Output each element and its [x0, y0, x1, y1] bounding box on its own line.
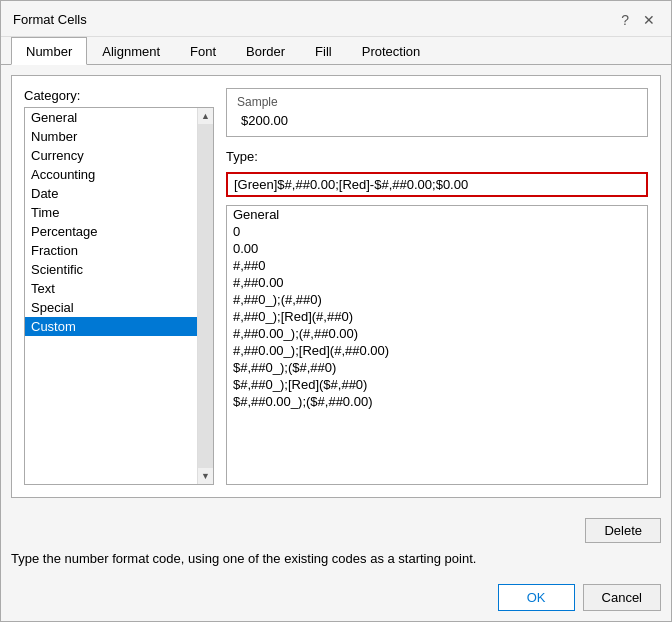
main-layout: Category: General Number Currency Accoun… — [24, 88, 648, 485]
scrollbar[interactable]: ▲ ▼ — [197, 108, 213, 484]
left-panel: Category: General Number Currency Accoun… — [24, 88, 214, 485]
list-item[interactable]: $#,##0.00_);($#,##0.00) — [227, 393, 645, 410]
tab-fill[interactable]: Fill — [300, 37, 347, 65]
scroll-track — [198, 124, 213, 468]
sample-label: Sample — [237, 95, 637, 109]
format-list-wrapper: General 0 0.00 #,##0 #,##0.00 #,##0_);(#… — [226, 205, 648, 485]
tab-bar: Number Alignment Font Border Fill Protec… — [1, 37, 671, 65]
list-item[interactable]: General — [25, 108, 197, 127]
title-bar-controls: ? ✕ — [617, 13, 659, 27]
list-item[interactable]: #,##0_);[Red](#,##0) — [227, 308, 645, 325]
list-item[interactable]: Scientific — [25, 260, 197, 279]
title-bar: Format Cells ? ✕ — [1, 1, 671, 37]
list-item[interactable]: 0.00 — [227, 240, 645, 257]
list-item[interactable]: Percentage — [25, 222, 197, 241]
cancel-button[interactable]: Cancel — [583, 584, 661, 611]
list-item[interactable]: $#,##0_);($#,##0) — [227, 359, 645, 376]
list-item[interactable]: 0 — [227, 223, 645, 240]
hint-text: Type the number format code, using one o… — [11, 551, 661, 566]
list-item[interactable]: #,##0.00_);[Red](#,##0.00) — [227, 342, 645, 359]
sample-box: Sample $200.00 — [226, 88, 648, 137]
list-item[interactable]: #,##0.00 — [227, 274, 645, 291]
ok-button[interactable]: OK — [498, 584, 575, 611]
list-item[interactable]: #,##0.00_);(#,##0.00) — [227, 325, 645, 342]
bottom-section: Delete Type the number format code, usin… — [1, 508, 671, 621]
help-button[interactable]: ? — [617, 13, 633, 27]
tab-number[interactable]: Number — [11, 37, 87, 65]
tab-border[interactable]: Border — [231, 37, 300, 65]
category-list-wrapper: General Number Currency Accounting Date … — [24, 107, 214, 485]
list-item[interactable]: #,##0 — [227, 257, 645, 274]
list-item[interactable]: Time — [25, 203, 197, 222]
category-list: General Number Currency Accounting Date … — [25, 108, 213, 484]
list-item[interactable]: Date — [25, 184, 197, 203]
category-label: Category: — [24, 88, 214, 103]
tab-font[interactable]: Font — [175, 37, 231, 65]
list-item[interactable]: Currency — [25, 146, 197, 165]
list-item[interactable]: Number — [25, 127, 197, 146]
delete-row: Delete — [11, 518, 661, 543]
tab-alignment[interactable]: Alignment — [87, 37, 175, 65]
tab-protection[interactable]: Protection — [347, 37, 436, 65]
list-item[interactable]: Special — [25, 298, 197, 317]
right-panel: Sample $200.00 Type: General 0 0.00 #,##… — [226, 88, 648, 485]
format-cells-dialog: Format Cells ? ✕ Number Alignment Font B… — [0, 0, 672, 622]
action-row: OK Cancel — [11, 576, 661, 615]
type-label: Type: — [226, 149, 648, 164]
list-item-custom[interactable]: Custom — [25, 317, 197, 336]
format-list: General 0 0.00 #,##0 #,##0.00 #,##0_);(#… — [227, 206, 647, 484]
list-item[interactable]: Accounting — [25, 165, 197, 184]
close-button[interactable]: ✕ — [639, 13, 659, 27]
sample-value: $200.00 — [237, 113, 637, 128]
list-item[interactable]: Text — [25, 279, 197, 298]
list-item[interactable]: General — [227, 206, 645, 223]
delete-button[interactable]: Delete — [585, 518, 661, 543]
list-item[interactable]: Fraction — [25, 241, 197, 260]
scroll-up-arrow[interactable]: ▲ — [198, 108, 214, 124]
dialog-title: Format Cells — [13, 12, 87, 27]
type-input[interactable] — [226, 172, 648, 197]
list-item[interactable]: #,##0_);(#,##0) — [227, 291, 645, 308]
scroll-down-arrow[interactable]: ▼ — [198, 468, 214, 484]
tab-content: Category: General Number Currency Accoun… — [11, 75, 661, 498]
list-item[interactable]: $#,##0_);[Red]($#,##0) — [227, 376, 645, 393]
